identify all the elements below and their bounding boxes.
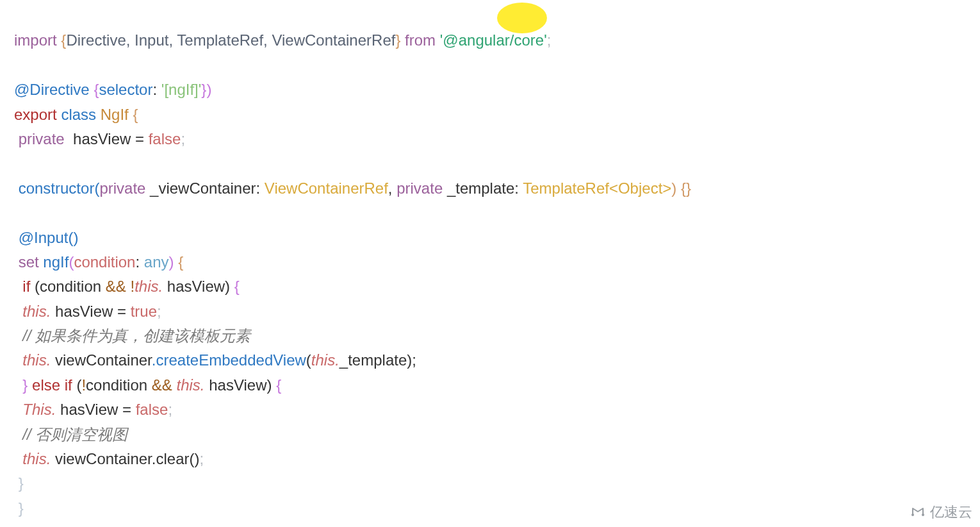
close-brace: } [19,499,24,517]
indent [14,376,22,394]
param-viewcontainer: _viewContainer [150,180,256,197]
paren: ) [225,278,234,295]
kw-private: private [14,130,73,147]
kw-this: this. [311,351,339,369]
kw-class: class [61,106,100,123]
prop-hasview: hasView [167,278,225,295]
line-19: } [14,474,24,492]
class-name: NgIf [101,106,133,123]
prop-viewcontainer: viewContainer [55,351,152,369]
indent [14,450,22,467]
brace: { [276,376,281,394]
comma: , [388,180,396,197]
selector-value: [ngIf] [164,81,198,98]
param-template: _template [447,180,514,197]
call-clear: viewContainer.clear() [55,450,199,467]
indent [14,303,22,320]
kw-this: this. [135,278,163,295]
kw-from: from [400,31,439,49]
space [163,278,167,295]
op-and: && [106,278,131,295]
kw-elseif: else if [32,376,76,394]
watermark: 亿速云 [910,501,972,523]
var-condition: condition [40,278,106,295]
line-16: This. hasView = false; [14,401,172,418]
line-13: // 如果条件为真，创建该模板元素 [14,327,250,344]
brace: { [133,106,138,123]
type-any: any [144,253,169,271]
kw-import: import [14,31,61,49]
comment-create: // 如果条件为真，创建该模板元素 [22,327,250,344]
module-name: @angular/core [443,31,544,49]
prop-hasview: hasView = [73,130,149,147]
type-viewcontainerref: ViewContainerRef [265,180,388,197]
line-21: } [14,524,19,527]
close-brace: } [19,474,24,492]
semicolon: ; [157,303,161,320]
watermark-text: 亿速云 [930,501,972,523]
decorator-input: @Input() [14,229,78,246]
prop-hasview: hasView = [55,303,131,320]
literal-false: false [136,401,168,418]
line-7: constructor(private _viewContainer: View… [14,180,691,197]
line-17: // 否则清空视图 [14,426,127,443]
kw-export: export [14,106,61,123]
setter-ngif: ngIf [43,253,69,271]
constructor: constructor( [14,180,99,197]
indent [14,474,19,492]
colon: : [135,253,143,271]
line-14: this. viewContainer.createEmbeddedView(t… [14,351,416,369]
kw-this: this. [177,376,205,394]
semicolon: ; [547,31,551,49]
ctor-end: ) {} [671,180,691,197]
code-block: import {Directive, Input, TemplateRef, V… [0,0,980,527]
kw-this: this. [22,303,51,320]
op-and: && [152,376,177,394]
semicolon: ; [168,401,172,418]
paren: ( [35,278,40,295]
literal-false: false [149,130,181,147]
brace: { [178,253,183,271]
line-3: @Directive {selector: '[ngIf]'}) [14,81,211,98]
line-20: } [14,499,24,517]
indent [14,426,22,443]
kw-set: set [14,253,43,271]
var-condition: condition [86,376,152,394]
brace: { [234,278,240,295]
line-15: } else if (!condition && this. hasView) … [14,376,281,394]
type-templateref: TemplateRef<Object> [523,180,671,197]
kw-if: if [22,278,35,295]
watermark-logo-icon [910,505,926,518]
indent [14,327,22,344]
paren: ) [169,253,179,271]
semicolon: ; [199,450,204,467]
kw-this: this. [22,351,51,369]
prop-hasview: hasView [209,376,266,394]
line-1: import {Directive, Input, TemplateRef, V… [14,31,551,49]
line-12: this. hasView = true; [14,303,161,320]
indent [14,401,22,418]
line-5: private hasView = false; [14,130,185,147]
import-names: Directive, Input, TemplateRef, ViewConta… [66,31,395,49]
indent [14,499,19,517]
paren: ) [206,81,211,98]
paren-sc: ); [407,351,416,369]
colon: : [152,81,161,98]
colon: : [514,180,523,197]
method-createembeddedview: createEmbeddedView [156,351,306,369]
indent [14,351,22,369]
close-brace: } [14,524,19,527]
svg-point-1 [922,514,924,516]
line-10: set ngIf(condition: any) { [14,253,183,271]
param-condition: condition [74,253,135,271]
kw-this: this. [22,450,51,467]
literal-true: true [131,303,157,320]
paren: ) [266,376,276,394]
comment-clear: // 否则清空视图 [22,426,127,443]
svg-point-0 [911,514,914,516]
semicolon: ; [181,130,185,147]
colon: : [256,180,265,197]
kw-private: private [396,180,447,197]
prop-hasview: hasView = [60,401,136,418]
line-11: if (condition && !this. hasView) { [14,278,240,295]
